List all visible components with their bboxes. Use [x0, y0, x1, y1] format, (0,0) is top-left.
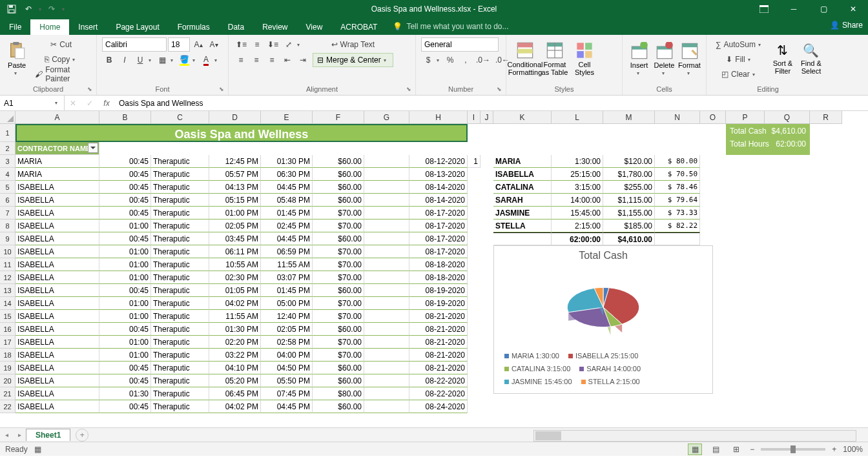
row-header[interactable]: 13 — [0, 284, 16, 297]
cell[interactable]: $ 79.64 — [655, 194, 700, 207]
cell[interactable]: 01:00 — [99, 310, 151, 323]
cell[interactable]: Theraputic — [151, 297, 209, 310]
cell[interactable]: CONTRACTOR NAME — [16, 142, 99, 155]
cell[interactable]: 01:00 — [99, 258, 151, 271]
col-header[interactable]: K — [493, 111, 552, 124]
cell[interactable]: Theraputic — [151, 271, 209, 284]
cell[interactable]: 00:45 — [99, 284, 151, 297]
cell[interactable]: 10:55 AM — [209, 258, 261, 271]
col-header[interactable]: R — [810, 111, 842, 124]
fill-color-button[interactable]: 🪣 — [177, 53, 191, 67]
cell[interactable]: ISABELLA — [16, 181, 99, 194]
tab-nav-prev[interactable]: ▸ — [13, 431, 26, 438]
autosum-button[interactable]: ∑AutoSum▾ — [712, 37, 767, 52]
row-header[interactable]: 20 — [0, 374, 16, 387]
cell[interactable]: ISABELLA — [16, 323, 99, 336]
cell[interactable]: $70.00 — [313, 271, 364, 284]
save-icon[interactable] — [4, 2, 19, 16]
cell[interactable]: $60.00 — [313, 400, 364, 413]
zoom-in-button[interactable]: + — [832, 445, 836, 454]
cell[interactable]: Theraputic — [151, 168, 209, 181]
row-header[interactable]: 21 — [0, 387, 16, 400]
row-header[interactable]: 16 — [0, 323, 16, 336]
cell[interactable]: $60.00 — [313, 181, 364, 194]
cell[interactable]: ISABELLA — [16, 310, 99, 323]
cell[interactable]: 01:00 — [99, 336, 151, 349]
zoom-out-button[interactable]: − — [750, 445, 754, 454]
insert-cells-button[interactable]: Insert▾ — [628, 37, 650, 80]
cell[interactable]: $60.00 — [313, 168, 364, 181]
cell[interactable]: ISABELLA — [16, 387, 99, 400]
cell[interactable]: ISABELLA — [16, 374, 99, 387]
name-box[interactable]: A1▾ — [0, 96, 65, 110]
format-table-button[interactable]: Format as Table — [541, 37, 568, 80]
cell[interactable]: 04:45 PM — [261, 232, 313, 245]
undo-dropdown[interactable]: ▾ — [37, 2, 43, 16]
share-button[interactable]: 👤Share — [830, 21, 863, 30]
new-sheet-button[interactable]: + — [76, 429, 88, 442]
cell[interactable]: 02:05 PM — [261, 323, 313, 336]
cell[interactable]: 14:00:00 — [552, 194, 603, 207]
cell[interactable] — [364, 232, 409, 245]
cell[interactable]: $1,115.00 — [603, 194, 655, 207]
cell[interactable]: $185.00 — [603, 220, 655, 232]
cell[interactable]: 03:45 PM — [209, 232, 261, 245]
cell[interactable]: 1 — [468, 155, 480, 168]
row-header[interactable]: 15 — [0, 310, 16, 323]
cell[interactable]: STELLA — [493, 220, 552, 232]
cell[interactable]: 06:59 PM — [261, 245, 313, 258]
cell[interactable]: $ 78.46 — [655, 181, 700, 194]
cell[interactable] — [364, 349, 409, 362]
cell[interactable]: Theraputic — [151, 310, 209, 323]
cell[interactable]: ISABELLA — [16, 271, 99, 284]
number-format[interactable]: General — [421, 37, 499, 52]
col-header[interactable]: E — [261, 111, 313, 124]
undo-icon[interactable]: ↶ — [21, 2, 36, 16]
cell[interactable] — [364, 245, 409, 258]
orientation-button[interactable]: ⤢ — [282, 37, 296, 52]
page-break-view-button[interactable]: ⊞ — [729, 444, 743, 455]
cell[interactable] — [364, 258, 409, 271]
close-icon[interactable]: ✕ — [838, 0, 868, 18]
cell[interactable] — [364, 181, 409, 194]
cell[interactable]: Theraputic — [151, 349, 209, 362]
cell[interactable]: 08-17-2020 — [409, 232, 468, 245]
cell[interactable]: 08-24-2020 — [409, 400, 468, 413]
row-header[interactable]: 11 — [0, 258, 16, 271]
cell[interactable]: $70.00 — [313, 245, 364, 258]
row-header[interactable]: 9 — [0, 232, 16, 245]
cell[interactable]: Theraputic — [151, 220, 209, 232]
sort-filter-button[interactable]: ⇅Sort & Filter — [770, 37, 796, 80]
cell[interactable] — [364, 374, 409, 387]
cell[interactable]: 08-21-2020 — [409, 362, 468, 374]
format-painter-button[interactable]: 🖌Format Painter — [31, 67, 91, 81]
cell[interactable]: $60.00 — [313, 194, 364, 207]
cell[interactable]: 04:50 PM — [261, 362, 313, 374]
cell[interactable]: 01:00 — [99, 271, 151, 284]
cell[interactable]: 08-14-2020 — [409, 181, 468, 194]
cell[interactable]: Theraputic — [151, 245, 209, 258]
cell[interactable]: 02:20 PM — [209, 336, 261, 349]
worksheet-grid[interactable]: ABCDEFGHIJKLMNOPQR 123456789101112131415… — [0, 111, 868, 427]
col-header[interactable]: Q — [765, 111, 810, 124]
cell[interactable]: Theraputic — [151, 362, 209, 374]
cell[interactable] — [364, 362, 409, 374]
font-name[interactable]: Calibri — [102, 37, 167, 52]
cell[interactable] — [493, 232, 552, 245]
chart-total-cash[interactable]: Total CashMARIA 1:30:00ISABELLA 25:15:00… — [493, 245, 713, 394]
col-header[interactable]: C — [151, 111, 209, 124]
cell[interactable]: $4,610.00 — [603, 232, 655, 245]
col-header[interactable]: P — [726, 111, 765, 124]
cell[interactable]: Theraputic — [151, 387, 209, 400]
increase-indent-button[interactable]: ⇥ — [296, 53, 310, 67]
cell[interactable]: $70.00 — [313, 310, 364, 323]
italic-button[interactable]: I — [118, 53, 132, 67]
cell[interactable]: Theraputic — [151, 374, 209, 387]
cell[interactable]: ISABELLA — [16, 284, 99, 297]
cell[interactable]: 01:00 — [99, 245, 151, 258]
cell[interactable]: MARIA — [16, 155, 99, 168]
cell[interactable]: JASMINE — [493, 207, 552, 220]
cell[interactable]: 08-21-2020 — [409, 336, 468, 349]
cell[interactable]: CATALINA — [493, 181, 552, 194]
cell[interactable]: Theraputic — [151, 284, 209, 297]
